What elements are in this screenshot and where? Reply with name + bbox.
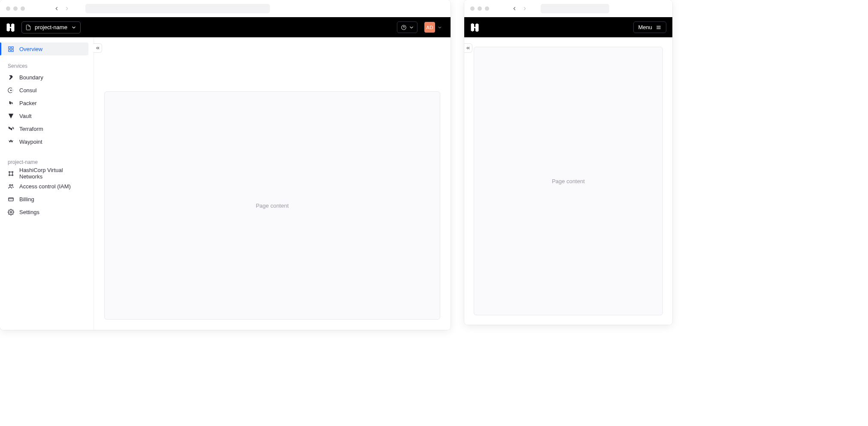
sidebar-item-waypoint[interactable]: Waypoint xyxy=(0,135,90,148)
project-picker[interactable]: project-name xyxy=(21,21,81,33)
file-icon xyxy=(25,24,31,30)
help-icon xyxy=(401,24,407,30)
sidebar: Overview Services Boundary Consul Packer xyxy=(0,37,94,330)
sidebar-item-label: Consul xyxy=(19,87,36,94)
window-close-icon[interactable] xyxy=(6,6,10,11)
gear-icon xyxy=(8,209,14,215)
browser-chrome xyxy=(464,0,672,17)
svg-rect-3 xyxy=(12,46,13,48)
sidebar-item-label: Vault xyxy=(19,113,32,119)
overview-icon xyxy=(8,46,14,52)
sidebar-item-terraform[interactable]: Terraform xyxy=(0,122,90,135)
page-content-placeholder: Page content xyxy=(474,47,663,315)
waypoint-icon xyxy=(8,139,14,145)
menu-button[interactable]: Menu xyxy=(633,21,666,33)
window-maximize-icon[interactable] xyxy=(485,6,489,11)
svg-point-10 xyxy=(12,171,13,172)
sidebar-heading-project: project-name xyxy=(0,151,94,167)
window-desktop: project-name AD Overview Services Bounda… xyxy=(0,0,451,330)
sidebar-item-hvn[interactable]: HashiCorp Virtual Networks xyxy=(0,167,90,180)
menu-label: Menu xyxy=(638,24,652,30)
app-header: Menu xyxy=(464,17,672,37)
sidebar-item-label: HashiCorp Virtual Networks xyxy=(19,167,86,180)
nav-back-button[interactable] xyxy=(510,4,519,13)
browser-chrome xyxy=(0,0,451,17)
chevron-down-icon xyxy=(71,24,77,30)
sidebar-heading-services: Services xyxy=(0,55,94,71)
user-menu[interactable]: AD xyxy=(424,21,445,33)
card-icon xyxy=(8,196,14,202)
main-content: Page content xyxy=(94,37,451,330)
window-mobile: Menu Page content xyxy=(464,0,672,325)
sidebar-item-label: Packer xyxy=(19,100,36,106)
sidebar-item-consul[interactable]: Consul xyxy=(0,84,90,97)
sidebar-item-vault[interactable]: Vault xyxy=(0,109,90,122)
sidebar-item-label: Access control (IAM) xyxy=(19,183,71,190)
avatar: AD xyxy=(424,22,435,33)
sidebar-item-billing[interactable]: Billing xyxy=(0,193,90,205)
boundary-icon xyxy=(8,74,14,81)
sidebar-item-label: Billing xyxy=(19,196,34,202)
url-bar[interactable] xyxy=(541,4,609,13)
svg-point-11 xyxy=(9,175,10,176)
network-icon xyxy=(8,170,14,177)
help-button[interactable] xyxy=(397,21,417,33)
users-icon xyxy=(8,183,14,190)
hashicorp-logo-icon xyxy=(470,22,481,33)
sidebar-item-overview[interactable]: Overview xyxy=(0,42,88,55)
sidebar-item-boundary[interactable]: Boundary xyxy=(0,71,90,84)
url-bar[interactable] xyxy=(85,4,270,13)
svg-rect-15 xyxy=(9,197,13,201)
app-header: project-name AD xyxy=(0,17,451,37)
svg-rect-2 xyxy=(9,46,10,48)
svg-rect-4 xyxy=(12,49,13,51)
sidebar-item-label: Terraform xyxy=(19,126,43,132)
sidebar-item-settings[interactable]: Settings xyxy=(0,205,90,218)
window-controls[interactable] xyxy=(470,6,489,11)
consul-icon xyxy=(8,87,14,94)
menu-icon xyxy=(656,24,662,30)
project-label: project-name xyxy=(35,24,67,30)
sidebar-item-label: Settings xyxy=(19,209,39,215)
sidebar-item-label: Overview xyxy=(19,46,42,52)
terraform-icon xyxy=(8,126,14,132)
sidebar-item-label: Boundary xyxy=(19,74,43,81)
packer-icon xyxy=(8,100,14,106)
vault-icon xyxy=(8,113,14,119)
sidebar-item-label: Waypoint xyxy=(19,139,42,145)
svg-point-1 xyxy=(404,28,404,29)
sidebar-collapse-button[interactable] xyxy=(464,43,472,53)
window-maximize-icon[interactable] xyxy=(21,6,25,11)
sidebar-collapse-button[interactable] xyxy=(94,43,102,53)
svg-point-14 xyxy=(12,184,13,186)
chevron-down-icon xyxy=(435,21,445,33)
sidebar-item-packer[interactable]: Packer xyxy=(0,97,90,109)
chevron-down-icon xyxy=(408,24,414,30)
svg-point-9 xyxy=(9,171,10,172)
svg-point-12 xyxy=(12,175,13,176)
nav-back-button[interactable] xyxy=(52,4,61,13)
svg-point-17 xyxy=(10,211,12,213)
page-content-placeholder: Page content xyxy=(104,91,440,320)
svg-point-13 xyxy=(9,184,11,186)
window-minimize-icon[interactable] xyxy=(13,6,18,11)
hashicorp-logo-icon xyxy=(6,22,16,33)
svg-rect-5 xyxy=(9,49,10,51)
window-controls[interactable] xyxy=(6,6,25,11)
window-close-icon[interactable] xyxy=(470,6,475,11)
nav-forward-button[interactable] xyxy=(520,4,529,13)
svg-point-7 xyxy=(12,89,13,90)
window-minimize-icon[interactable] xyxy=(478,6,482,11)
main-content: Page content xyxy=(464,37,672,325)
nav-forward-button[interactable] xyxy=(62,4,72,13)
sidebar-item-iam[interactable]: Access control (IAM) xyxy=(0,180,90,193)
svg-point-6 xyxy=(10,89,12,91)
svg-point-8 xyxy=(12,91,13,91)
